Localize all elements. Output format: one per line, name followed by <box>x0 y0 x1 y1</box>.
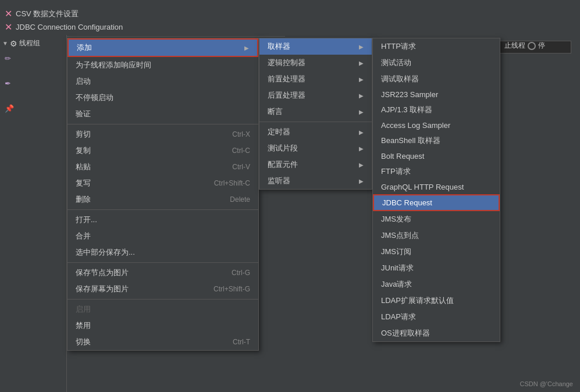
menu-item-test-activity[interactable]: 测试活动 <box>373 55 500 71</box>
menu-item-rewrite[interactable]: 复写 Ctrl+Shift-C <box>67 175 258 191</box>
menu-item-monitor[interactable]: 监听器 ▶ <box>259 173 372 189</box>
menu-item-sampler[interactable]: 取样器 ▶ <box>259 38 372 55</box>
menu-item-validate[interactable]: 验证 <box>67 106 258 122</box>
menu-item-assertion[interactable]: 断言 ▶ <box>259 104 372 120</box>
menu-item-start-no-pause[interactable]: 不停顿启动 <box>67 90 258 106</box>
menu-item-timer[interactable]: 定时器 ▶ <box>259 124 372 140</box>
tree-group-label: 线程组 <box>19 38 40 48</box>
menu-item-graphql[interactable]: GraphQL HTTP Request <box>373 180 500 194</box>
menu-item-ajp[interactable]: AJP/1.3 取样器 <box>373 102 500 118</box>
tree-sub-item-3[interactable]: 📌 <box>0 102 66 115</box>
csv-settings-label[interactable]: CSV 数据文件设置 <box>16 9 79 19</box>
menu-item-config-element[interactable]: 配置元件 ▶ <box>259 156 372 173</box>
menu-item-junit[interactable]: JUnit请求 <box>373 260 500 276</box>
monitor-label: 监听器 <box>268 176 290 186</box>
menu-item-delete[interactable]: 删除 Delete <box>67 191 258 208</box>
open-label: 打开... <box>76 215 97 225</box>
tree-sub-item-2[interactable]: ✒ <box>0 77 66 90</box>
ajp-label: AJP/1.3 取样器 <box>381 105 432 115</box>
separator-2 <box>67 209 258 210</box>
menu-item-save-selected[interactable]: 选中部分保存为... <box>67 244 258 261</box>
jdbc-config-label[interactable]: JDBC Connection Configuration <box>16 23 123 31</box>
toolbar-row-1: ✕ CSV 数据文件设置 <box>5 8 280 19</box>
stop-radio[interactable] <box>528 42 536 50</box>
menu-item-test-fragment[interactable]: 测试片段 ▶ <box>259 140 372 156</box>
menu-item-open[interactable]: 打开... <box>67 212 258 228</box>
test-fragment-label: 测试片段 <box>268 143 298 154</box>
start-no-pause-label: 不停顿启动 <box>76 92 113 103</box>
logic-ctrl-arrow-icon: ▶ <box>359 60 364 66</box>
beanshell-label: BeanShell 取样器 <box>381 136 440 146</box>
menu-item-copy[interactable]: 复制 Ctrl-C <box>67 142 258 159</box>
menu-item-disable[interactable]: 禁用 <box>67 318 258 334</box>
menu-item-beanshell[interactable]: BeanShell 取样器 <box>373 133 500 149</box>
menu-item-access-log[interactable]: Access Log Sampler <box>373 118 500 133</box>
paste-label: 粘贴 <box>76 162 91 172</box>
rewrite-shortcut: Ctrl+Shift-C <box>214 179 250 187</box>
menu-item-save-screen-img[interactable]: 保存屏幕为图片 Ctrl+Shift-G <box>67 281 258 297</box>
timer-label: 定时器 <box>268 127 290 137</box>
merge-label: 合并 <box>76 231 91 241</box>
menu-item-bolt[interactable]: Bolt Request <box>373 149 500 163</box>
menu-item-ldap[interactable]: LDAP请求 <box>373 309 500 325</box>
pre-processor-label: 前置处理器 <box>268 74 305 84</box>
menu-item-start[interactable]: 启动 <box>67 73 258 90</box>
disable-label: 禁用 <box>76 320 91 331</box>
jdbc-icon: ✕ <box>5 22 12 33</box>
jdbc-label: JDBC Request <box>382 198 432 207</box>
tree-sub-item[interactable]: ✏ <box>0 52 66 65</box>
jsr223-label: JSR223 Sampler <box>381 90 438 99</box>
menu-item-logic-ctrl[interactable]: 逻辑控制器 ▶ <box>259 55 372 71</box>
save-node-img-label: 保存节点为图片 <box>76 268 129 278</box>
separator-3 <box>67 262 258 263</box>
debug-sampler-label: 调试取样器 <box>381 74 419 84</box>
menu-item-post-processor[interactable]: 后置处理器 ▶ <box>259 87 372 104</box>
menu-item-os-process[interactable]: OS进程取样器 <box>373 325 500 341</box>
menu-item-ldap-extended[interactable]: LDAP扩展请求默认值 <box>373 293 500 309</box>
menu-item-jms-subscribe[interactable]: JMS订阅 <box>373 244 500 260</box>
tree-group-row[interactable]: ▼ ⚙ 线程组 <box>0 35 66 52</box>
menu-item-save-node-img[interactable]: 保存节点为图片 Ctrl-G <box>67 265 258 281</box>
tree-arrow-icon: ▼ <box>2 40 8 47</box>
assertion-arrow-icon: ▶ <box>359 109 364 115</box>
os-process-label: OS进程取样器 <box>381 328 430 338</box>
menu-item-jms-point[interactable]: JMS点到点 <box>373 227 500 244</box>
menu-item-java[interactable]: Java请求 <box>373 276 500 293</box>
menu-item-add-response[interactable]: 为子线程添加响应时间 <box>67 57 258 73</box>
save-selected-label: 选中部分保存为... <box>76 247 135 258</box>
test-fragment-arrow-icon: ▶ <box>359 145 364 152</box>
bolt-label: Bolt Request <box>381 152 424 161</box>
menu-item-jsr223[interactable]: JSR223 Sampler <box>373 87 500 102</box>
menu-item-http-request[interactable]: HTTP请求 <box>373 38 500 55</box>
menu-item-toggle[interactable]: 切换 Ctrl-T <box>67 334 258 350</box>
menu-item-add[interactable]: 添加 ▶ <box>67 38 258 57</box>
add-label: 添加 <box>77 42 92 53</box>
stop-radio-label: 停 <box>538 41 545 51</box>
save-screen-img-label: 保存屏幕为图片 <box>76 284 129 294</box>
add-response-label: 为子线程添加响应时间 <box>76 60 151 70</box>
toggle-shortcut: Ctrl-T <box>233 338 250 346</box>
menu-item-debug-sampler[interactable]: 调试取样器 <box>373 71 500 87</box>
menu-item-paste[interactable]: 粘贴 Ctrl-V <box>67 159 258 175</box>
context-menu-1: 添加 ▶ 为子线程添加响应时间 启动 不停顿启动 验证 剪切 Ctrl-X 复制… <box>67 38 259 351</box>
menu-item-ftp[interactable]: FTP请求 <box>373 163 500 180</box>
jms-point-label: JMS点到点 <box>381 230 419 241</box>
menu-item-pre-processor[interactable]: 前置处理器 ▶ <box>259 71 372 87</box>
jms-publish-label: JMS发布 <box>381 214 411 224</box>
cut-shortcut: Ctrl-X <box>232 130 250 138</box>
http-request-label: HTTP请求 <box>381 41 416 52</box>
menu-item-cut[interactable]: 剪切 Ctrl-X <box>67 126 258 142</box>
logic-ctrl-label: 逻辑控制器 <box>268 58 305 68</box>
menu-item-jms-publish[interactable]: JMS发布 <box>373 211 500 227</box>
monitor-arrow-icon: ▶ <box>359 178 364 184</box>
delete-shortcut: Delete <box>230 195 250 204</box>
pencil-icon: ✏ <box>5 54 11 63</box>
copy-shortcut: Ctrl-C <box>232 147 250 155</box>
add-arrow-icon: ▶ <box>244 45 249 51</box>
menu-item-jdbc[interactable]: JDBC Request <box>373 194 500 211</box>
tree-sidebar: ▼ ⚙ 线程组 ✏ ✒ 📌 <box>0 35 67 392</box>
wrench-icon: ✕ <box>5 8 12 19</box>
menu-item-merge[interactable]: 合并 <box>67 228 258 244</box>
nail-icon: 📌 <box>5 104 14 113</box>
sampler-label: 取样器 <box>268 41 290 52</box>
